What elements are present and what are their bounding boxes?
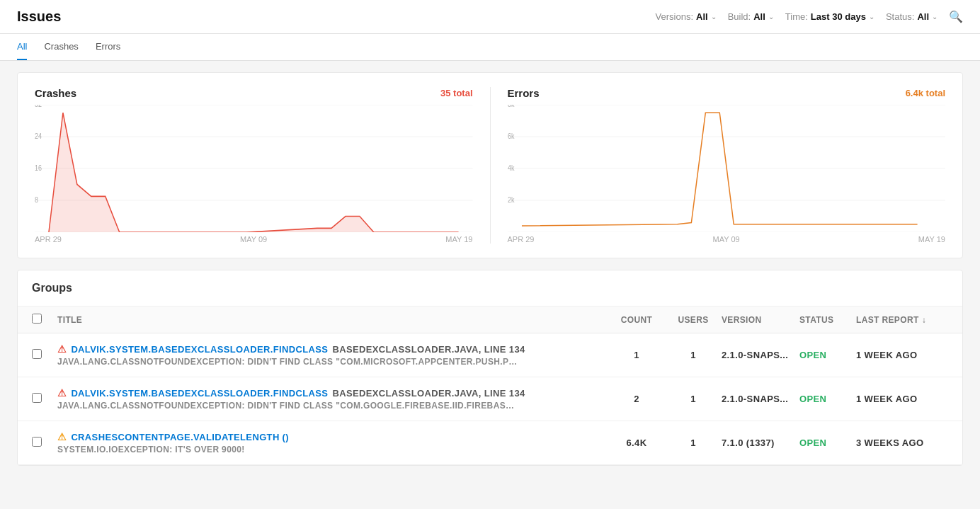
charts-divider <box>490 87 491 244</box>
tabs-bar: All Crashes Errors <box>0 34 980 61</box>
versions-label: Versions: <box>656 11 693 22</box>
header-controls: Versions: All ⌄ Build: All ⌄ Time: Last … <box>656 10 963 23</box>
page-title: Issues <box>17 8 61 25</box>
row-method: dalvik.system.BaseDexClassLoader.findCla… <box>71 388 328 399</box>
svg-text:4k: 4k <box>508 164 515 173</box>
col-count-header: Count <box>608 315 665 325</box>
errors-chart-area: 8k 6k 4k 2k <box>508 105 946 232</box>
row-main: ⚠ dalvik.system.BaseDexClassLoader.findC… <box>57 343 608 355</box>
build-label: Build: <box>728 11 751 22</box>
status-filter[interactable]: Status: All ⌄ <box>886 11 938 22</box>
table-row[interactable]: ⚠ dalvik.system.BaseDexClassLoader.findC… <box>18 377 962 421</box>
col-title-header: Title <box>57 315 608 325</box>
errors-x-label-2: MAY 09 <box>713 235 740 244</box>
errors-x-label-3: MAY 19 <box>918 235 945 244</box>
error-icon: ⚠ <box>57 387 67 399</box>
col-lastreport-header[interactable]: Last report ↓ <box>856 315 948 325</box>
errors-chart-total: 6.4k total <box>906 88 945 98</box>
row-count: 6.4k <box>608 437 665 448</box>
row-users: 1 <box>665 437 722 448</box>
row-count: 1 <box>608 350 665 360</box>
errors-chart-header: Errors 6.4k total <box>508 87 946 99</box>
row-method: CrashesContentPage.ValidateLength () <box>71 432 289 442</box>
row-count: 2 <box>608 394 665 404</box>
svg-text:32: 32 <box>35 105 42 108</box>
errors-chart-panel: Errors 6.4k total 8k 6k 4k 2k <box>508 87 946 244</box>
tab-errors[interactable]: Errors <box>96 34 120 60</box>
row-description: System.IO.IOException: It's over 9000! <box>57 445 518 454</box>
row-title-area: ⚠ dalvik.system.BaseDexClassLoader.findC… <box>57 387 608 411</box>
table-header: Title Count Users Version Status Last re… <box>18 307 962 333</box>
header: Issues Versions: All ⌄ Build: All ⌄ Time… <box>0 0 980 34</box>
row-checkbox[interactable] <box>32 437 42 447</box>
header-checkbox-col <box>32 314 57 326</box>
row-last-report: 1 week ago <box>856 350 948 360</box>
row-status: Open <box>799 437 856 448</box>
row-last-report: 1 week ago <box>856 394 948 404</box>
status-label: Status: <box>886 11 914 22</box>
warning-icon: ⚠ <box>57 431 67 442</box>
row-checkbox[interactable] <box>32 393 42 403</box>
versions-value: All <box>696 11 708 22</box>
crashes-chart-area: 32 24 16 8 <box>35 105 473 232</box>
row-users: 1 <box>665 394 722 404</box>
error-icon: ⚠ <box>57 343 67 355</box>
select-all-checkbox[interactable] <box>32 314 42 324</box>
status-value: All <box>917 11 929 22</box>
col-users-header: Users <box>665 315 722 325</box>
crashes-chart-panel: Crashes 35 total 32 24 16 8 <box>35 87 473 244</box>
row-status: Open <box>799 350 856 360</box>
crashes-chart-total: 35 total <box>440 88 473 98</box>
row-version: 2.1.0-SNAPS... <box>722 394 799 404</box>
row-main: ⚠ dalvik.system.BaseDexClassLoader.findC… <box>57 387 608 399</box>
errors-chart-svg: 8k 6k 4k 2k <box>508 105 946 232</box>
build-chevron-icon: ⌄ <box>768 13 774 21</box>
versions-chevron-icon: ⌄ <box>711 13 717 21</box>
crashes-chart-header: Crashes 35 total <box>35 87 473 99</box>
row-status: Open <box>799 394 856 404</box>
search-button[interactable]: 🔍 <box>949 10 963 23</box>
crashes-x-label-3: MAY 19 <box>445 235 472 244</box>
crashes-x-labels: APR 29 MAY 09 MAY 19 <box>35 232 473 244</box>
time-label: Time: <box>785 11 808 22</box>
svg-marker-9 <box>49 113 459 232</box>
svg-text:2k: 2k <box>508 196 515 205</box>
svg-text:16: 16 <box>35 164 42 173</box>
row-last-report: 3 weeks ago <box>856 437 948 448</box>
groups-section: Groups Title Count Users Version Status … <box>17 270 963 466</box>
status-chevron-icon: ⌄ <box>932 13 938 21</box>
sort-arrow-icon: ↓ <box>922 315 926 325</box>
row-version: 2.1.0-SNAPS... <box>722 350 799 360</box>
crashes-x-label-2: MAY 09 <box>240 235 267 244</box>
crashes-x-label-1: APR 29 <box>35 235 62 244</box>
row-file: BaseDexClassLoader.java, line 134 <box>332 344 525 355</box>
crashes-chart-svg: 32 24 16 8 <box>35 105 473 232</box>
table-row[interactable]: ⚠ dalvik.system.BaseDexClassLoader.findC… <box>18 333 962 377</box>
build-value: All <box>753 11 765 22</box>
errors-chart-title: Errors <box>508 87 540 99</box>
errors-x-labels: APR 29 MAY 09 MAY 19 <box>508 232 946 244</box>
row-checkbox-col <box>32 349 57 361</box>
table-row[interactable]: ⚠ CrashesContentPage.ValidateLength () S… <box>18 421 962 465</box>
tab-crashes[interactable]: Crashes <box>44 34 78 60</box>
row-description: java.lang.ClassNotFoundException: Didn't… <box>57 357 518 367</box>
svg-text:8k: 8k <box>508 105 515 108</box>
row-title-area: ⚠ dalvik.system.BaseDexClassLoader.findC… <box>57 343 608 367</box>
build-filter[interactable]: Build: All ⌄ <box>728 11 774 22</box>
time-value: Last 30 days <box>811 11 866 22</box>
time-chevron-icon: ⌄ <box>869 13 874 21</box>
tab-all[interactable]: All <box>17 34 27 60</box>
crashes-chart-title: Crashes <box>35 87 76 99</box>
svg-text:6k: 6k <box>508 132 515 141</box>
time-filter[interactable]: Time: Last 30 days ⌄ <box>785 11 874 22</box>
row-main: ⚠ CrashesContentPage.ValidateLength () <box>57 431 608 442</box>
groups-title: Groups <box>18 270 962 307</box>
row-checkbox[interactable] <box>32 349 42 359</box>
svg-text:24: 24 <box>35 132 42 141</box>
charts-panel: Crashes 35 total 32 24 16 8 <box>17 72 963 258</box>
row-version: 7.1.0 (1337) <box>722 437 799 448</box>
errors-x-label-1: APR 29 <box>508 235 535 244</box>
versions-filter[interactable]: Versions: All ⌄ <box>656 11 717 22</box>
row-users: 1 <box>665 350 722 360</box>
row-checkbox-col <box>32 393 57 405</box>
